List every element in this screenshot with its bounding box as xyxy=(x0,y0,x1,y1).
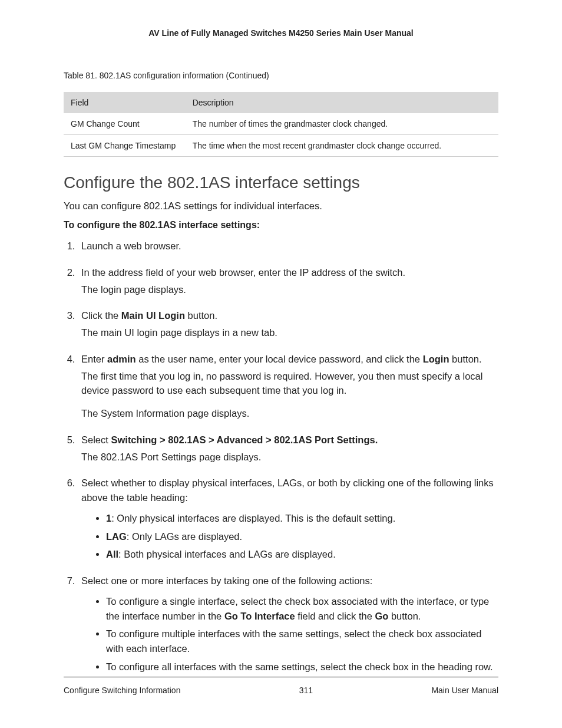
steps-list: Launch a web browser. In the address fie… xyxy=(64,239,498,674)
bullet-list: To configure a single interface, select … xyxy=(81,594,498,674)
step-text: Select one or more interfaces by taking … xyxy=(81,575,372,586)
step-3: Click the Main UI Login button. The main… xyxy=(78,308,498,340)
step-text: Enter xyxy=(81,354,107,364)
page: AV Line of Fully Managed Switches M4250 … xyxy=(0,0,562,728)
bullet-list: 1: Only physical interfaces are displaye… xyxy=(81,511,498,562)
step-text: In the address field of your web browser… xyxy=(81,267,405,278)
bold-text: LAG xyxy=(106,531,127,542)
list-item: To configure multiple interfaces with th… xyxy=(106,627,498,656)
item-text: : Only LAGs are displayed. xyxy=(127,531,242,542)
bold-text: Go xyxy=(375,611,388,621)
item-text: To configure multiple interfaces with th… xyxy=(106,628,481,654)
th-description: Description xyxy=(186,92,498,113)
step-text: Select whether to display physical inter… xyxy=(81,477,494,503)
step-5: Select Switching > 802.1AS > Advanced > … xyxy=(78,433,498,465)
page-footer: Configure Switching Information 311 Main… xyxy=(64,677,498,695)
step-subtext: The main UI login page displays in a new… xyxy=(81,325,498,340)
config-info-table: Field Description GM Change Count The nu… xyxy=(64,92,498,157)
bold-text: Login xyxy=(423,354,449,364)
item-text: To configure all interfaces with the sam… xyxy=(106,661,493,672)
table-caption: Table 81. 802.1AS configuration informat… xyxy=(64,71,498,80)
bold-text: admin xyxy=(107,354,136,364)
bold-text: All xyxy=(106,549,118,559)
step-2: In the address field of your web browser… xyxy=(78,265,498,297)
footer-left: Configure Switching Information xyxy=(64,686,180,695)
item-text: field and click the xyxy=(295,611,375,621)
bold-text: Switching > 802.1AS > Advanced > 802.1AS… xyxy=(111,434,378,445)
bold-text: Main UI Login xyxy=(121,310,185,321)
bold-text: 1 xyxy=(106,513,111,523)
step-subtext: The login page displays. xyxy=(81,282,498,297)
cell-field: Last GM Change Timestamp xyxy=(64,135,186,157)
step-text: button. xyxy=(185,310,217,321)
step-6: Select whether to display physical inter… xyxy=(78,476,498,562)
cell-field: GM Change Count xyxy=(64,113,186,135)
item-text: button. xyxy=(388,611,421,621)
step-text: Click the xyxy=(81,310,121,321)
cell-desc: The number of times the grandmaster cloc… xyxy=(186,113,498,135)
list-item: LAG: Only LAGs are displayed. xyxy=(106,529,498,544)
step-text: as the user name, enter your local devic… xyxy=(136,354,423,364)
step-1: Launch a web browser. xyxy=(78,239,498,253)
list-item: All: Both physical interfaces and LAGs a… xyxy=(106,547,498,562)
th-field: Field xyxy=(64,92,186,113)
step-text: Launch a web browser. xyxy=(81,241,181,251)
document-header: AV Line of Fully Managed Switches M4250 … xyxy=(64,28,498,38)
footer-right: Main User Manual xyxy=(431,686,498,695)
item-text: : Only physical interfaces are displayed… xyxy=(111,513,395,523)
table-row: GM Change Count The number of times the … xyxy=(64,113,498,135)
list-item: To configure a single interface, select … xyxy=(106,594,498,624)
procedure-subheading: To configure the 802.1AS interface setti… xyxy=(64,220,498,230)
table-header-row: Field Description xyxy=(64,92,498,113)
step-text: Select xyxy=(81,434,111,445)
list-item: 1: Only physical interfaces are displaye… xyxy=(106,511,498,526)
cell-desc: The time when the most recent grandmaste… xyxy=(186,135,498,157)
item-text: : Both physical interfaces and LAGs are … xyxy=(118,549,336,559)
step-7: Select one or more interfaces by taking … xyxy=(78,574,498,674)
step-subtext: The System Information page displays. xyxy=(81,406,498,421)
step-subtext: The first time that you log in, no passw… xyxy=(81,369,498,398)
intro-paragraph: You can configure 802.1AS settings for i… xyxy=(64,200,498,212)
step-4: Enter admin as the user name, enter your… xyxy=(78,352,498,421)
step-text: button. xyxy=(449,354,482,364)
list-item: To configure all interfaces with the sam… xyxy=(106,660,498,674)
footer-page-number: 311 xyxy=(299,686,313,695)
table-row: Last GM Change Timestamp The time when t… xyxy=(64,135,498,157)
step-subtext: The 802.1AS Port Settings page displays. xyxy=(81,450,498,465)
section-heading: Configure the 802.1AS interface settings xyxy=(64,173,498,192)
bold-text: Go To Interface xyxy=(224,611,295,621)
